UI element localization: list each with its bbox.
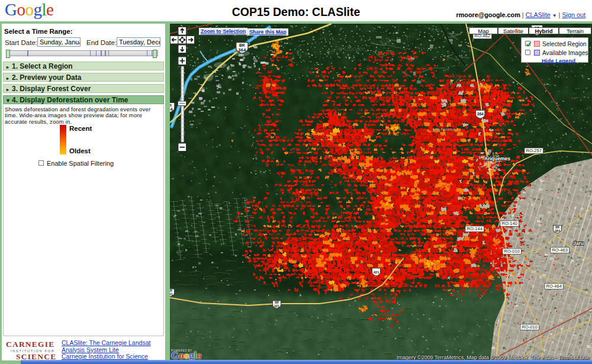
svg-text:Jaru: Jaru	[573, 240, 584, 246]
svg-text:Alto Paraíso: Alto Paraíso	[432, 127, 455, 131]
svg-text:364: 364	[477, 112, 484, 116]
svg-text:421: 421	[373, 270, 379, 274]
svg-text:BR: BR	[239, 43, 245, 47]
svg-text:421: 421	[170, 292, 173, 296]
svg-text:RO-257: RO-257	[526, 148, 542, 153]
svg-text:364: 364	[238, 47, 246, 53]
svg-text:Ariquemes: Ariquemes	[484, 156, 510, 162]
svg-text:RO-140: RO-140	[502, 221, 517, 226]
svg-text:RO-010: RO-010	[522, 324, 538, 330]
svg-text:RO-144: RO-144	[467, 226, 482, 231]
svg-text:e Google: e Google	[339, 45, 365, 52]
svg-text:RO-463: RO-463	[552, 247, 568, 253]
svg-text:RO-464: RO-464	[546, 284, 562, 289]
svg-text:RO-010: RO-010	[504, 249, 520, 254]
svg-text:421: 421	[274, 304, 279, 308]
svg-text:364: 364	[555, 229, 560, 233]
